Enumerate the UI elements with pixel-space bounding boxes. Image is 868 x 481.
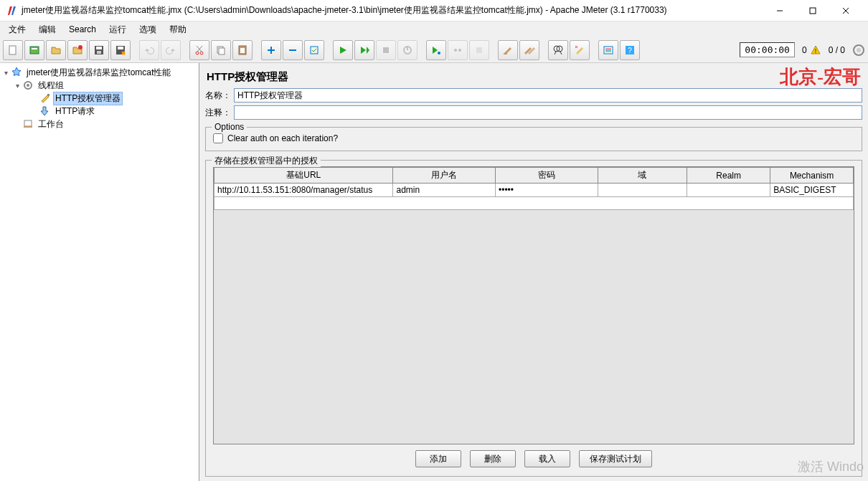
- collapse-icon[interactable]: ▾: [1, 69, 10, 77]
- svg-point-28: [458, 49, 461, 52]
- save-button[interactable]: [89, 40, 109, 60]
- paste-button[interactable]: [232, 40, 253, 60]
- svg-point-26: [438, 52, 440, 54]
- collapse-button[interactable]: [283, 40, 303, 60]
- col-realm[interactable]: Realm: [687, 168, 770, 184]
- test-plan-tree[interactable]: ▾ jmeter使用监视器结果监控tomcat性能 ▾ 线程组 HTTP授权管理…: [0, 63, 199, 481]
- search-button[interactable]: [548, 40, 568, 60]
- workbench-icon: [22, 118, 34, 130]
- stored-auth-fieldset: 存储在授权管理器中的授权 基础URL 用户名 密码 域 Realm Mechan…: [205, 160, 862, 477]
- table-empty-area[interactable]: [214, 197, 854, 210]
- shutdown-button[interactable]: [397, 40, 418, 60]
- svg-rect-4: [9, 46, 16, 54]
- cell-realm[interactable]: [687, 184, 770, 197]
- cell-user[interactable]: admin: [393, 184, 496, 197]
- table-row[interactable]: http://10.11.53.151:8080/manager/status …: [214, 184, 854, 197]
- svg-rect-16: [219, 48, 225, 54]
- tree-http-request-label: HTTP请求: [53, 105, 97, 118]
- window-controls: [763, 0, 862, 22]
- app-icon: [6, 5, 17, 16]
- delete-button[interactable]: 删除: [470, 450, 516, 467]
- templates-button[interactable]: [24, 40, 44, 60]
- svg-rect-1: [810, 8, 816, 14]
- svg-point-13: [196, 52, 199, 54]
- menu-edit[interactable]: 编辑: [33, 22, 62, 37]
- name-label: 名称：: [205, 90, 234, 102]
- remote-start-button[interactable]: [426, 40, 446, 60]
- svg-point-14: [200, 52, 203, 54]
- window-title: jmeter使用监视器结果监控tomcat性能.jmx (C:\Users\ad…: [22, 4, 763, 16]
- auth-table[interactable]: 基础URL 用户名 密码 域 Realm Mechanism http://10…: [213, 166, 854, 444]
- tree-workbench[interactable]: 工作台: [1, 118, 197, 130]
- toggle-button[interactable]: [304, 40, 324, 60]
- clear-auth-label: Clear auth on each iteration?: [227, 133, 338, 143]
- warning-icon: !: [810, 44, 821, 56]
- clear-all-button[interactable]: [519, 40, 539, 60]
- window-titlebar: jmeter使用监视器结果监控tomcat性能.jmx (C:\Users\ad…: [0, 0, 868, 22]
- cut-button[interactable]: [189, 40, 209, 60]
- tree-auth-manager[interactable]: HTTP授权管理器: [1, 92, 197, 105]
- cell-domain[interactable]: [598, 184, 687, 197]
- collapse-icon[interactable]: ▾: [13, 82, 22, 90]
- comment-input[interactable]: [234, 105, 862, 120]
- function-helper-button[interactable]: [598, 40, 618, 60]
- threadgroup-icon: [22, 80, 34, 91]
- svg-rect-18: [240, 48, 245, 53]
- maximize-button[interactable]: [796, 0, 829, 22]
- svg-rect-10: [97, 51, 101, 54]
- save-as-button[interactable]: [110, 40, 131, 60]
- col-mech[interactable]: Mechanism: [770, 168, 854, 184]
- svg-rect-30: [504, 53, 507, 54]
- save-plan-button[interactable]: 保存测试计划: [579, 450, 652, 467]
- name-field-row: 名称：: [205, 88, 862, 103]
- start-button[interactable]: [333, 40, 353, 60]
- col-domain[interactable]: 域: [598, 168, 687, 184]
- menu-search[interactable]: Search: [63, 23, 102, 36]
- svg-rect-5: [30, 47, 39, 54]
- cell-url[interactable]: http://10.11.53.151:8080/manager/status: [214, 184, 393, 197]
- menu-run[interactable]: 运行: [103, 22, 132, 37]
- svg-rect-29: [476, 47, 482, 53]
- menu-options[interactable]: 选项: [133, 22, 162, 37]
- cell-pass[interactable]: •••••: [496, 184, 598, 197]
- open-button[interactable]: [46, 40, 66, 60]
- expand-button[interactable]: [261, 40, 281, 60]
- remote-stop-button[interactable]: [469, 40, 489, 60]
- menu-help[interactable]: 帮助: [164, 22, 192, 37]
- new-button[interactable]: [3, 40, 23, 60]
- svg-point-27: [454, 49, 457, 52]
- clear-auth-checkbox[interactable]: [213, 133, 223, 143]
- svg-text:?: ?: [628, 47, 632, 54]
- help-button[interactable]: ?: [620, 40, 640, 60]
- thread-status: 0 / 0: [829, 45, 845, 55]
- tree-auth-manager-label: HTTP授权管理器: [53, 92, 123, 105]
- svg-text:!: !: [814, 47, 816, 54]
- menu-file[interactable]: 文件: [3, 22, 32, 37]
- start-no-timers-button[interactable]: [354, 40, 374, 60]
- comment-field-row: 注释：: [205, 105, 862, 120]
- stop-button[interactable]: [376, 40, 396, 60]
- col-url[interactable]: 基础URL: [214, 168, 393, 184]
- cell-mech[interactable]: BASIC_DIGEST: [770, 184, 854, 197]
- add-button[interactable]: 添加: [415, 450, 461, 467]
- toolbar: ? 00:00:00 0 ! 0 / 0: [0, 37, 868, 63]
- tree-root[interactable]: ▾ jmeter使用监视器结果监控tomcat性能: [1, 66, 197, 79]
- copy-button[interactable]: [211, 40, 231, 60]
- warn-count: 0: [802, 45, 807, 55]
- tree-thread-group[interactable]: ▾ 线程组: [1, 79, 197, 92]
- name-input[interactable]: [234, 88, 862, 103]
- redo-button[interactable]: [161, 40, 181, 60]
- minimize-button[interactable]: [763, 0, 796, 22]
- close-file-button[interactable]: [67, 40, 88, 60]
- col-pass[interactable]: 密码: [496, 168, 598, 184]
- load-button[interactable]: 载入: [524, 450, 570, 467]
- tree-http-request[interactable]: HTTP请求: [1, 105, 197, 118]
- clear-button[interactable]: [498, 40, 518, 60]
- undo-button[interactable]: [139, 40, 159, 60]
- remote-start-all-button[interactable]: [448, 40, 468, 60]
- svg-rect-22: [311, 47, 318, 54]
- col-user[interactable]: 用户名: [393, 168, 496, 184]
- close-button[interactable]: [829, 0, 862, 22]
- reset-search-button[interactable]: [570, 40, 590, 60]
- menubar: 文件 编辑 Search 运行 选项 帮助: [0, 22, 868, 37]
